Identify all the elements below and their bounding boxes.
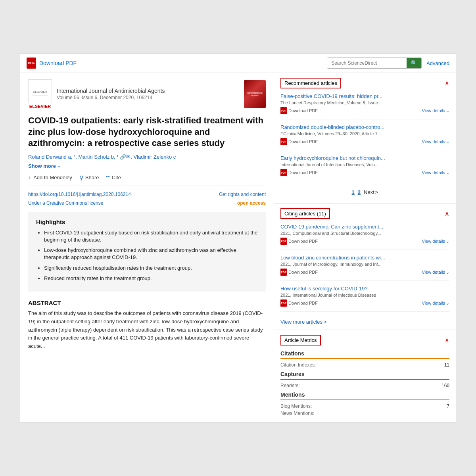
captures-category: Captures xyxy=(280,371,449,377)
pdf-icon-sm: PDF xyxy=(280,169,287,176)
action-buttons: + Add to Mendeley ⚲ Share “” Cite xyxy=(28,175,266,186)
pagination: 1 2 Next > xyxy=(280,186,449,198)
page-2[interactable]: 2 xyxy=(358,189,361,195)
abstract-title: ABSTRACT xyxy=(28,299,266,306)
search-box: 🔍 xyxy=(327,58,422,69)
plus-icon: + xyxy=(28,175,31,181)
recommended-article-actions: PDF Download PDF View details ⌄ xyxy=(280,169,449,176)
article-metrics-section: Article Metrics ∧ Citations Citation Ind… xyxy=(274,330,456,422)
recommended-download-pdf[interactable]: PDF Download PDF xyxy=(280,138,318,145)
recommended-title: Recommended articles xyxy=(280,78,341,88)
search-input[interactable] xyxy=(327,58,407,68)
mentions-divider xyxy=(280,399,449,400)
pdf-icon-sm: PDF xyxy=(280,299,287,307)
rights-link[interactable]: Get rights and content xyxy=(219,192,266,197)
download-pdf-link[interactable]: Download PDF xyxy=(39,60,77,66)
share-icon: ⚲ xyxy=(79,175,83,181)
citation-indexes-row: Citation Indexes: 11 xyxy=(280,362,449,368)
cite-icon: “” xyxy=(106,175,109,181)
recommended-article-item: Randomized double-blinded placebo-contro… xyxy=(280,124,449,150)
highlight-item: Reduced mortality rates in the treatment… xyxy=(44,275,258,282)
header-left: PDF Download PDF xyxy=(27,58,77,69)
captures-divider xyxy=(280,379,449,380)
authors: Roland Derwand a, ¹, Martin Scholz b, ¹ … xyxy=(28,154,266,160)
citations-category: Citations xyxy=(280,350,449,357)
recommended-view-details[interactable]: View details ⌄ xyxy=(422,170,450,175)
recommended-article-source: International Journal of Infectious Dise… xyxy=(280,162,449,167)
readers-value: 160 xyxy=(441,383,449,388)
citing-view-details[interactable]: View details ⌄ xyxy=(422,301,450,306)
citations-divider xyxy=(280,358,449,359)
citing-download-pdf[interactable]: PDF Download PDF xyxy=(280,269,318,276)
journal-info: International Journal of Antimicrobial A… xyxy=(57,88,239,100)
highlights-title: Highlights xyxy=(36,219,258,225)
metrics-collapse-icon[interactable]: ∧ xyxy=(445,336,449,344)
pdf-icon-sm: PDF xyxy=(280,138,287,145)
citing-title: Citing articles (11) xyxy=(280,208,330,219)
readers-label: Readers: xyxy=(280,383,300,388)
elsevier-logo: ELSEVIER ELSEVIER xyxy=(28,79,52,109)
add-mendeley-button[interactable]: + Add to Mendeley xyxy=(28,175,72,181)
citing-download-pdf[interactable]: PDF Download PDF xyxy=(280,238,318,245)
news-row: News Mentions: xyxy=(280,411,449,416)
recommended-article-title[interactable]: Randomized double-blinded placebo-contro… xyxy=(280,124,449,130)
recommended-article-actions: PDF Download PDF View details ⌄ xyxy=(280,138,449,145)
show-more-button[interactable]: Show more ⌄ xyxy=(28,163,61,169)
citing-article-source: 2021, Journal of Microbiology, Immunolog… xyxy=(280,262,449,267)
cite-button[interactable]: “” Cite xyxy=(106,175,121,181)
search-button[interactable]: 🔍 xyxy=(407,58,421,68)
highlights-list: First COVID-19 outpatient study based on… xyxy=(36,229,258,282)
share-button[interactable]: ⚲ Share xyxy=(79,175,99,181)
readers-row: Readers: 160 xyxy=(280,383,449,388)
news-label: News Mentions: xyxy=(280,411,314,416)
abstract-text: The aim of this study was to describe th… xyxy=(28,309,266,351)
recommended-download-pdf[interactable]: PDF Download PDF xyxy=(280,107,318,114)
citation-indexes-label: Citation Indexes: xyxy=(280,362,316,368)
metrics-title: Article Metrics xyxy=(280,335,321,345)
citing-download-pdf[interactable]: PDF Download PDF xyxy=(280,299,318,307)
pdf-icon-sm: PDF xyxy=(280,107,287,114)
citing-article-item: Low blood zinc concentrations in patient… xyxy=(280,255,449,281)
citing-article-actions: PDF Download PDF View details ⌄ xyxy=(280,269,449,276)
page-1[interactable]: 1 xyxy=(352,189,355,195)
advanced-link[interactable]: Advanced xyxy=(426,60,449,66)
citing-article-item: COVID-19 pandemic: Can zinc supplement..… xyxy=(280,224,449,250)
recommended-article-source: The Lancet Respiratory Medicine, Volume … xyxy=(280,100,449,105)
citing-article-title[interactable]: Low blood zinc concentrations in patient… xyxy=(280,255,449,261)
recommended-article-title[interactable]: Early hydroxychloroquine but not chloroq… xyxy=(280,155,449,161)
pdf-icon: PDF xyxy=(27,58,36,69)
recommended-article-source: EClinicalMedicine, Volumes 29–30, 2020, … xyxy=(280,131,449,136)
license-link[interactable]: Under a Creative Commons license xyxy=(28,200,103,206)
citing-view-details[interactable]: View details ⌄ xyxy=(422,239,450,244)
recommended-article-title[interactable]: False-positive COVID-19 results: hidden … xyxy=(280,93,449,99)
citing-article-actions: PDF Download PDF View details ⌄ xyxy=(280,238,449,245)
citation-indexes-value: 11 xyxy=(444,362,449,368)
journal-issue: Volume 56, Issue 6, December 2020, 10621… xyxy=(57,95,239,100)
elsevier-logo-image: ELSEVIER xyxy=(28,79,52,103)
citing-view-details[interactable]: View details ⌄ xyxy=(422,270,450,275)
citing-article-actions: PDF Download PDF View details ⌄ xyxy=(280,299,449,307)
pdf-icon-sm: PDF xyxy=(280,238,287,245)
citing-article-title[interactable]: How useful is serology for COVID-19? xyxy=(280,286,449,292)
citing-article-title[interactable]: COVID-19 pandemic: Can zinc supplement..… xyxy=(280,224,449,230)
highlight-item: First COVID-19 outpatient study based on… xyxy=(44,229,258,244)
blog-row: Blog Mentions: 7 xyxy=(280,403,449,409)
recommended-view-details[interactable]: View details ⌄ xyxy=(422,108,450,113)
recommended-collapse-icon[interactable]: ∧ xyxy=(445,79,449,87)
recommended-article-item: False-positive COVID-19 results: hidden … xyxy=(280,93,449,119)
recommended-view-details[interactable]: View details ⌄ xyxy=(422,139,450,144)
next-button[interactable]: Next > xyxy=(364,189,378,195)
citing-article-item: How useful is serology for COVID-19? 202… xyxy=(280,286,449,312)
recommended-download-pdf[interactable]: PDF Download PDF xyxy=(280,169,318,176)
recommended-article-actions: PDF Download PDF View details ⌄ xyxy=(280,107,449,114)
citing-collapse-icon[interactable]: ∧ xyxy=(445,210,449,217)
citing-articles-section: Citing articles (11) ∧ COVID-19 pandemic… xyxy=(274,203,456,330)
left-panel: ELSEVIER ELSEVIER International Journal … xyxy=(20,73,274,422)
view-more-articles-link[interactable]: View more articles > xyxy=(280,319,327,325)
chevron-down-icon: ⌄ xyxy=(58,164,61,168)
mentions-category: Mentions xyxy=(280,392,449,398)
doi-link[interactable]: https://doi.org/10.1016/j.ijantimicag.20… xyxy=(28,192,131,197)
highlight-item: Low-dose hydroxychloroquine combined wit… xyxy=(44,247,258,261)
elsevier-text: ELSEVIER xyxy=(29,104,51,109)
license-row: Under a Creative Commons license open ac… xyxy=(28,200,266,206)
